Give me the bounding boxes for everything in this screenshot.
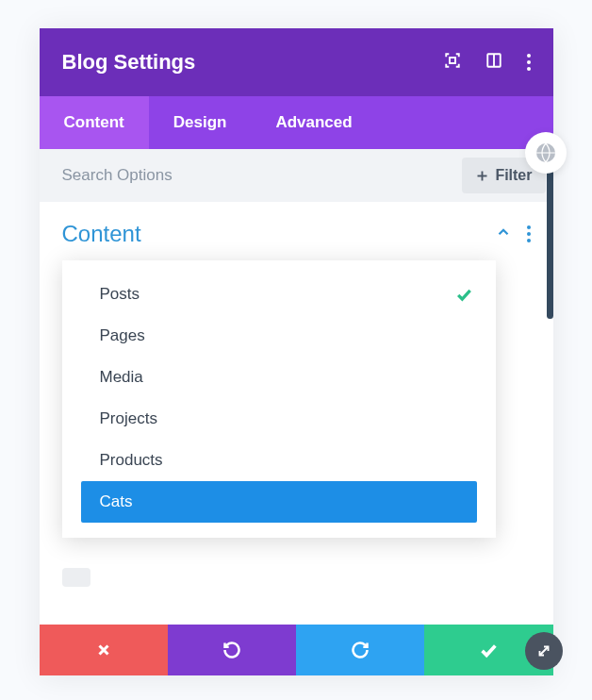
panel-body: Content Posts Pages Media: [40, 202, 553, 625]
tab-bar: Content Design Advanced: [40, 96, 553, 149]
dropdown-item-label: Pages: [100, 326, 145, 345]
dropdown-item-label: Cats: [100, 492, 133, 511]
dropdown-item-projects[interactable]: Projects: [62, 398, 496, 440]
plus-icon: [475, 169, 489, 183]
dropdown-item-pages[interactable]: Pages: [62, 315, 496, 357]
dropdown-item-label: Posts: [100, 285, 140, 304]
resize-handle[interactable]: [525, 632, 563, 670]
scrollbar[interactable]: [547, 149, 553, 319]
resize-icon: [535, 642, 552, 659]
search-bar: Filter: [40, 149, 553, 202]
settings-panel: Blog Settings Content Design Advanced: [40, 28, 553, 675]
section-more-icon[interactable]: [527, 225, 531, 242]
undo-icon: [222, 641, 241, 659]
undo-button[interactable]: [168, 625, 296, 675]
tab-advanced[interactable]: Advanced: [251, 96, 376, 149]
tab-design[interactable]: Design: [149, 96, 252, 149]
redo-button[interactable]: [296, 625, 424, 675]
check-icon: [478, 640, 499, 660]
footer-actions: [40, 625, 553, 675]
redo-icon: [351, 641, 370, 659]
svg-line-8: [539, 647, 548, 656]
close-icon: [95, 642, 112, 658]
dropdown-item-cats[interactable]: Cats: [81, 481, 477, 523]
panel-header: Blog Settings: [40, 28, 553, 96]
tab-label: Design: [173, 113, 227, 132]
toggle-placeholder[interactable]: [62, 568, 90, 587]
dropdown-item-products[interactable]: Products: [62, 440, 496, 481]
section-actions: [495, 224, 531, 244]
dropdown-item-label: Media: [100, 368, 143, 387]
dropdown-item-media[interactable]: Media: [62, 357, 496, 398]
more-menu-icon[interactable]: [527, 54, 531, 71]
globe-icon[interactable]: [525, 132, 567, 174]
check-icon: [454, 285, 473, 304]
header-actions: [444, 52, 531, 73]
search-input[interactable]: [62, 166, 463, 185]
section-header[interactable]: Content: [62, 221, 531, 247]
filter-label: Filter: [495, 167, 532, 184]
tab-label: Advanced: [275, 113, 352, 132]
dropdown-item-label: Products: [100, 451, 163, 470]
svg-rect-0: [450, 58, 455, 63]
tab-label: Content: [64, 113, 124, 132]
post-type-dropdown: Posts Pages Media Projects Products Cats: [62, 260, 496, 538]
expand-icon[interactable]: [444, 52, 461, 73]
section-title: Content: [62, 221, 141, 247]
dropdown-item-posts[interactable]: Posts: [62, 274, 496, 315]
chevron-up-icon[interactable]: [495, 224, 512, 244]
dropdown-item-label: Projects: [100, 409, 157, 428]
cancel-button[interactable]: [40, 625, 168, 675]
tab-content[interactable]: Content: [40, 96, 149, 149]
layout-icon[interactable]: [485, 52, 502, 73]
panel-title: Blog Settings: [62, 50, 196, 75]
